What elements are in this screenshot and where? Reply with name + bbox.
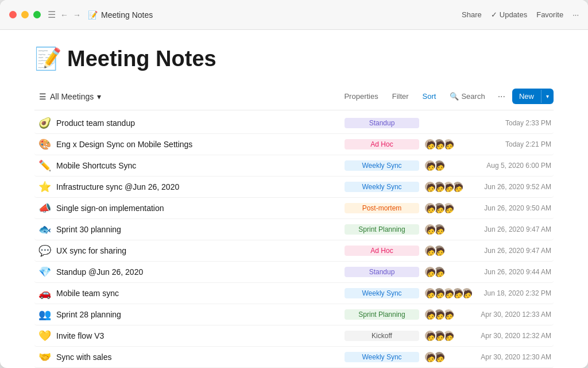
meeting-avatars: 🧑🧑 — [419, 159, 465, 172]
meeting-avatars: 🧑🧑 — [419, 266, 465, 278]
favorite-button[interactable]: Favorite — [536, 10, 563, 19]
meeting-date: Jun 26, 2020 9:47 AM — [465, 225, 551, 233]
meeting-avatars: 🧑🧑 — [419, 351, 465, 363]
more-button[interactable]: ··· — [572, 10, 579, 19]
titlebar-actions: Share ✓ Updates Favorite ··· — [462, 10, 579, 19]
titlebar: ☰ ← → 📝 Meeting Notes Share ✓ Updates Fa… — [0, 0, 588, 30]
meeting-date: Apr 30, 2020 12:33 AM — [465, 310, 551, 319]
meeting-date: Aug 5, 2020 6:00 PM — [465, 162, 551, 170]
meeting-avatars: 🧑🧑🧑 — [419, 138, 465, 151]
meeting-name: Eng x Design Sync on Mobile Settings — [53, 140, 345, 149]
meeting-list: 🥑 Product team standup Standup Today 2:3… — [34, 113, 554, 368]
check-icon: ✓ — [491, 10, 497, 19]
meeting-row[interactable]: 🥑 Product team standup Standup Today 2:3… — [34, 113, 554, 134]
back-arrow-icon[interactable]: ← — [60, 10, 68, 20]
meeting-tag: Weekly Sync — [345, 182, 419, 192]
meeting-row[interactable]: 💬 UX sync for sharing Ad Hoc 🧑🧑 Jun 26, … — [34, 240, 554, 262]
search-label: Search — [461, 92, 485, 101]
chevron-down-icon: ▾ — [97, 92, 101, 101]
meeting-row[interactable]: ✏️ Mobile Shortcuts Sync Weekly Sync 🧑🧑 … — [34, 155, 554, 177]
meeting-row[interactable]: 💛 Invite flow V3 Kickoff 🧑🧑🧑 Apr 30, 202… — [34, 325, 554, 347]
properties-button[interactable]: Properties — [338, 89, 384, 103]
meeting-row[interactable]: 🐟 Sprint 30 planning Sprint Planning 🧑🧑 … — [34, 219, 554, 240]
updates-button[interactable]: ✓ Updates — [491, 10, 527, 19]
sort-button[interactable]: Sort — [417, 89, 442, 103]
meeting-name: Single sign-on implementation — [53, 204, 345, 213]
new-button[interactable]: New ▾ — [512, 89, 554, 104]
meeting-name: UX sync for sharing — [53, 246, 345, 255]
titlebar-title: 📝 Meeting Notes — [88, 10, 462, 20]
minimize-button[interactable] — [21, 11, 29, 18]
meeting-date: Today 2:33 PM — [465, 119, 551, 127]
meeting-emoji: 🐟 — [37, 223, 53, 236]
meeting-tag: Weekly Sync — [345, 160, 419, 171]
filter-button[interactable]: Filter — [386, 89, 415, 103]
meeting-name: Infrastructure sync @Jun 26, 2020 — [53, 182, 345, 191]
app-window: ☰ ← → 📝 Meeting Notes Share ✓ Updates Fa… — [0, 0, 588, 368]
titlebar-controls: ☰ ← → — [48, 9, 81, 20]
forward-arrow-icon[interactable]: → — [73, 10, 81, 20]
view-selector[interactable]: ☰ All Meetings ▾ — [34, 90, 106, 103]
meeting-emoji: 🚗 — [37, 287, 53, 300]
page-title: Meeting Notes — [67, 47, 216, 71]
meeting-date: Jun 18, 2020 2:32 PM — [465, 289, 551, 297]
meeting-tag: Sprint Planning — [345, 309, 419, 320]
maximize-button[interactable] — [33, 11, 41, 18]
new-button-arrow[interactable]: ▾ — [541, 90, 554, 103]
title-emoji: 📝 — [88, 10, 98, 20]
share-button[interactable]: Share — [462, 10, 482, 19]
meeting-row[interactable]: 📣 Single sign-on implementation Post-mor… — [34, 198, 554, 219]
meeting-tag: Standup — [345, 267, 419, 277]
page-title-area: 📝 Meeting Notes — [34, 46, 554, 71]
meeting-date: Jun 26, 2020 9:52 AM — [465, 183, 551, 191]
meeting-avatars: 🧑🧑🧑 — [419, 308, 465, 321]
meeting-tag: Ad Hoc — [345, 246, 419, 256]
meeting-emoji: 💎 — [37, 266, 53, 278]
meeting-date: Jun 26, 2020 9:50 AM — [465, 204, 551, 212]
meeting-tag: Ad Hoc — [345, 139, 419, 150]
meeting-row[interactable]: 👥 Sprint 28 planning Sprint Planning 🧑🧑🧑… — [34, 304, 554, 325]
page-emoji: 📝 — [34, 46, 61, 71]
meeting-emoji: 💬 — [37, 244, 53, 257]
meeting-name: Sprint 30 planning — [53, 225, 345, 234]
meeting-tag: Weekly Sync — [345, 288, 419, 298]
meeting-row[interactable]: ⭐ Infrastructure sync @Jun 26, 2020 Week… — [34, 177, 554, 198]
meeting-row[interactable]: 💎 Standup @Jun 26, 2020 Standup 🧑🧑 Jun 2… — [34, 262, 554, 283]
meeting-emoji: ⭐ — [37, 181, 53, 193]
meeting-tag: Post-mortem — [345, 203, 419, 213]
meeting-date: Apr 30, 2020 12:32 AM — [465, 332, 551, 340]
meeting-avatars: 🧑🧑🧑🧑 — [419, 181, 465, 193]
meeting-name: Mobile team sync — [53, 289, 345, 298]
search-icon: 🔍 — [450, 92, 459, 101]
meeting-row[interactable]: 🚗 Mobile team sync Weekly Sync 🧑🧑🧑🧑🧑 Jun… — [34, 283, 554, 304]
menu-icon[interactable]: ☰ — [48, 9, 56, 20]
meeting-tag: Weekly Sync — [345, 352, 419, 362]
close-button[interactable] — [9, 11, 17, 18]
title-text: Meeting Notes — [101, 10, 153, 20]
meeting-emoji: 🥑 — [37, 117, 53, 129]
toolbar: ☰ All Meetings ▾ Properties Filter Sort … — [34, 83, 554, 110]
search-button[interactable]: 🔍 Search — [444, 89, 490, 103]
meeting-date: Apr 30, 2020 12:30 AM — [465, 353, 551, 361]
meeting-avatars: 🧑🧑 — [419, 244, 465, 257]
meeting-emoji: 📣 — [37, 202, 53, 214]
meeting-date: Jun 26, 2020 9:47 AM — [465, 247, 551, 255]
meeting-avatars: 🧑🧑🧑 — [419, 329, 465, 342]
meeting-name: Product team standup — [53, 118, 345, 128]
meeting-name: Invite flow V3 — [53, 331, 345, 340]
updates-label: Updates — [500, 10, 527, 19]
meeting-emoji: 👥 — [37, 308, 53, 321]
content-area: 📝 Meeting Notes ☰ All Meetings ▾ Propert… — [0, 30, 588, 368]
meeting-avatars: 🧑🧑 — [419, 223, 465, 236]
meeting-name: Standup @Jun 26, 2020 — [53, 267, 345, 277]
page-header: 📝 Meeting Notes — [34, 30, 554, 83]
meeting-emoji: 🤝 — [37, 351, 53, 363]
meeting-name: Sync with sales — [53, 352, 345, 362]
view-icon: ☰ — [39, 92, 47, 101]
meeting-row[interactable]: 🤝 Sync with sales Weekly Sync 🧑🧑 Apr 30,… — [34, 347, 554, 368]
meeting-date: Jun 26, 2020 9:44 AM — [465, 268, 551, 276]
meeting-emoji: ✏️ — [37, 159, 53, 172]
meeting-row[interactable]: 🎨 Eng x Design Sync on Mobile Settings A… — [34, 134, 554, 155]
meeting-tag: Sprint Planning — [345, 224, 419, 235]
more-options-button[interactable]: ··· — [493, 89, 510, 104]
